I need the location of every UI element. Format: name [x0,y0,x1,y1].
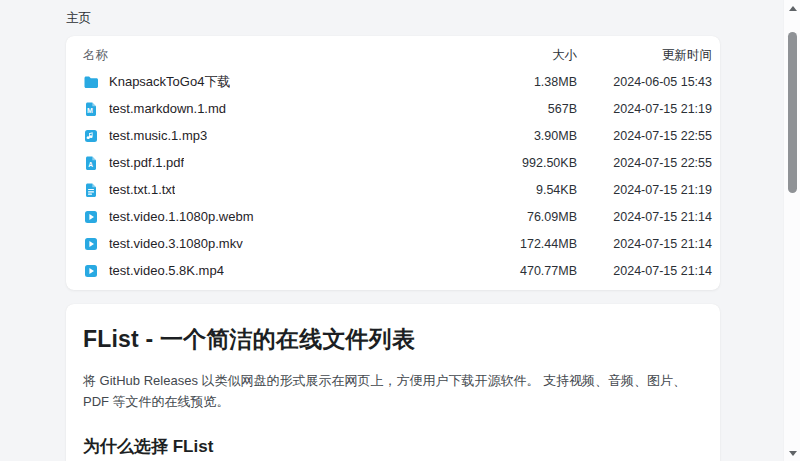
readme-section-title: 为什么选择 FList [83,435,703,461]
file-updated-time: 2024-07-15 21:14 [577,264,712,278]
file-updated-time: 2024-07-15 21:14 [577,237,712,251]
video-file-icon [83,236,99,252]
scroll-up-icon[interactable] [784,1,800,15]
file-name: test.video.1.1080p.webm [109,209,254,224]
file-size: 567B [477,102,577,116]
video-file-icon [83,209,99,225]
file-table-header: 名称 大小 更新时间 [66,42,720,68]
file-updated-time: 2024-07-15 21:19 [577,183,712,197]
text-file-icon [83,182,99,198]
video-file-icon [83,263,99,279]
file-updated-time: 2024-07-15 21:19 [577,102,712,116]
readme-intro: 将 GitHub Releases 以类似网盘的形式展示在网页上，方便用户下载开… [83,370,703,413]
file-name: test.video.5.8K.mp4 [109,263,224,278]
file-size: 470.77MB [477,264,577,278]
file-size: 172.44MB [477,237,577,251]
file-updated-time: 2024-07-15 21:14 [577,210,712,224]
markdown-file-icon: M [83,101,99,117]
file-name: test.music.1.mp3 [109,128,207,143]
file-size: 992.50KB [477,156,577,170]
file-updated-time: 2024-07-15 22:55 [577,129,712,143]
file-name: test.video.3.1080p.mkv [109,236,243,251]
folder-icon [83,74,99,90]
file-row[interactable]: Mtest.markdown.1.md567B2024-07-15 21:19 [66,95,720,122]
file-size: 9.54KB [477,183,577,197]
file-list-card: 名称 大小 更新时间 KnapsackToGo4下载1.38MB2024-06-… [66,36,720,290]
column-header-size: 大小 [477,47,577,64]
file-row[interactable]: test.video.5.8K.mp4470.77MB2024-07-15 21… [66,257,720,284]
file-updated-time: 2024-06-05 15:43 [577,75,712,89]
file-row[interactable]: test.music.1.mp33.90MB2024-07-15 22:55 [66,122,720,149]
readme-card: FList - 一个简洁的在线文件列表 将 GitHub Releases 以类… [66,304,720,461]
file-table-body: KnapsackToGo4下载1.38MB2024-06-05 15:43Mte… [66,68,720,284]
main-content: 主页 名称 大小 更新时间 KnapsackToGo4下载1.38MB2024-… [66,0,720,461]
scrollbar-thumb[interactable] [788,32,797,193]
music-file-icon [83,128,99,144]
file-size: 76.09MB [477,210,577,224]
column-header-time: 更新时间 [577,47,712,64]
vertical-scrollbar [783,0,800,461]
file-name: KnapsackToGo4下载 [109,73,230,91]
column-header-name: 名称 [83,47,108,64]
file-name: test.pdf.1.pdf [109,155,184,170]
scroll-down-icon[interactable] [784,446,800,460]
svg-text:A: A [88,161,93,168]
file-row[interactable]: test.txt.1.txt9.54KB2024-07-15 21:19 [66,176,720,203]
file-row[interactable]: Atest.pdf.1.pdf992.50KB2024-07-15 22:55 [66,149,720,176]
file-row[interactable]: test.video.3.1080p.mkv172.44MB2024-07-15… [66,230,720,257]
readme-title: FList - 一个简洁的在线文件列表 [83,324,703,355]
file-row[interactable]: test.video.1.1080p.webm76.09MB2024-07-15… [66,203,720,230]
breadcrumb-home[interactable]: 主页 [66,0,91,27]
svg-text:M: M [87,107,93,114]
file-name: test.txt.1.txt [109,182,175,197]
file-row[interactable]: KnapsackToGo4下载1.38MB2024-06-05 15:43 [66,68,720,95]
file-size: 1.38MB [477,75,577,89]
file-size: 3.90MB [477,129,577,143]
pdf-file-icon: A [83,155,99,171]
file-updated-time: 2024-07-15 22:55 [577,156,712,170]
file-name: test.markdown.1.md [109,101,226,116]
